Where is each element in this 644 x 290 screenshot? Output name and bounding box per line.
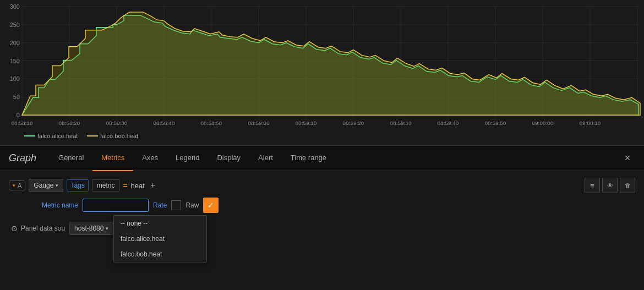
close-button[interactable]: × [620, 151, 635, 166]
svg-text:0: 0 [17, 112, 20, 118]
host-select[interactable]: host-8080 ▾ [69, 222, 113, 235]
metric-dropdown: -- none -- falco.alice.heat falco.bob.he… [113, 215, 207, 262]
svg-text:08:58:20: 08:58:20 [59, 120, 80, 126]
rate-button[interactable]: Rate [153, 201, 167, 209]
dropdown-item-alice[interactable]: falco.alice.heat [114, 231, 206, 247]
svg-text:08:59:20: 08:59:20 [343, 120, 364, 126]
gauge-label: Gauge [34, 182, 53, 189]
equals-sign: = [123, 181, 127, 190]
delete-button[interactable]: 🗑 [620, 178, 635, 193]
metric-name-row: Metric name Rate Raw ✓ -- none -- falco.… [42, 198, 635, 213]
svg-text:08:58:10: 08:58:10 [12, 120, 33, 126]
heat-value: heat [131, 182, 145, 190]
eye-icon: 👁 [607, 182, 613, 189]
check-icon: ✓ [208, 201, 214, 210]
host-chevron: ▾ [106, 226, 108, 231]
svg-text:100: 100 [10, 75, 20, 82]
query-letter-badge[interactable]: ▾ A [9, 180, 25, 190]
svg-text:08:59:10: 08:59:10 [296, 120, 317, 126]
tab-axes[interactable]: Axes [133, 146, 167, 171]
query-letter: A [18, 182, 21, 189]
svg-text:08:58:30: 08:58:30 [106, 120, 128, 126]
svg-text:50: 50 [13, 94, 20, 100]
query-row: ▾ A Gauge ▾ Tags metric = heat + ≡ [9, 178, 635, 193]
panel-editor-header: Graph General Metrics Axes Legend Displa… [0, 146, 644, 171]
tags-label: Tags [67, 179, 88, 191]
svg-text:250: 250 [10, 21, 20, 28]
raw-button[interactable]: Raw [185, 201, 199, 209]
panel-data-source: ⊙ Panel data sou [11, 224, 65, 233]
checked-button[interactable]: ✓ [203, 198, 219, 213]
svg-text:08:59:00: 08:59:00 [248, 120, 270, 126]
panel-data-source-label: Panel data sou [21, 225, 65, 232]
list-icon: ≡ [590, 182, 594, 190]
svg-text:08:59:40: 08:59:40 [438, 120, 459, 126]
svg-text:08:59:50: 08:59:50 [485, 120, 506, 126]
db-icon: ⊙ [11, 224, 18, 233]
svg-text:09:00:00: 09:00:00 [532, 120, 554, 126]
tab-legend[interactable]: Legend [167, 146, 208, 171]
dropdown-item-bob[interactable]: falco.bob.heat [114, 247, 206, 262]
list-view-button[interactable]: ≡ [585, 178, 600, 193]
svg-text:09:00:10: 09:00:10 [580, 120, 601, 126]
svg-text:08:59:30: 08:59:30 [390, 120, 412, 126]
tab-general[interactable]: General [50, 146, 92, 171]
trash-icon: 🗑 [625, 182, 631, 189]
tab-time-range[interactable]: Time range [282, 146, 335, 171]
metric-tag: metric [92, 179, 120, 191]
host-value: host-8080 [74, 225, 103, 232]
svg-text:08:58:50: 08:58:50 [201, 120, 222, 126]
metric-name-label: Metric name [42, 201, 78, 209]
metrics-content: ▾ A Gauge ▾ Tags metric = heat + ≡ [0, 171, 644, 242]
svg-text:200: 200 [10, 40, 20, 46]
panel-title: Graph [9, 152, 36, 164]
rate-checkbox[interactable] [171, 200, 181, 210]
add-filter-button[interactable]: + [148, 180, 157, 190]
gauge-select[interactable]: Gauge ▾ [29, 179, 63, 192]
metric-name-input[interactable] [83, 199, 149, 212]
tab-alert[interactable]: Alert [249, 146, 282, 171]
query-actions: ≡ 👁 🗑 [585, 178, 635, 193]
gauge-chevron: ▾ [56, 183, 58, 188]
svg-text:150: 150 [10, 58, 20, 64]
tab-display[interactable]: Display [208, 146, 249, 171]
chart-svg: 300 250 200 150 100 50 0 08:58:10 08:58:… [0, 0, 644, 145]
chart-area: 300 250 200 150 100 50 0 08:58:10 08:58:… [0, 0, 644, 146]
collapse-arrow: ▾ [13, 183, 15, 188]
svg-text:08:58:40: 08:58:40 [154, 120, 175, 126]
svg-text:falco.bob.heat: falco.bob.heat [100, 133, 138, 139]
panel-editor: Graph General Metrics Axes Legend Displa… [0, 146, 644, 290]
bottom-row: ⊙ Panel data sou host-8080 ▾ + Add query [9, 222, 635, 235]
dropdown-item-none[interactable]: -- none -- [114, 216, 206, 231]
tab-metrics[interactable]: Metrics [92, 146, 133, 171]
svg-text:falco.alice.heat: falco.alice.heat [37, 133, 78, 139]
eye-button[interactable]: 👁 [602, 178, 618, 193]
svg-text:300: 300 [10, 3, 20, 10]
